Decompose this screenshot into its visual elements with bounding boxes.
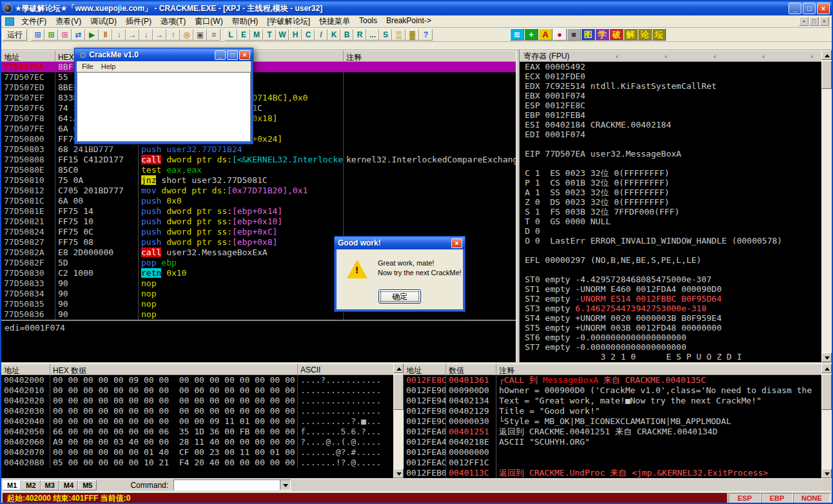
dump-row[interactable]: 0040204000 00 00 00 00 00 00 00 00 00 09… — [1, 416, 393, 427]
until-return-icon[interactable]: ↑ — [166, 29, 180, 41]
mdi-control-button[interactable]: □ — [809, 17, 819, 26]
menu-item[interactable]: 查看(V) — [51, 15, 86, 28]
column-header[interactable]: 地址 — [404, 363, 446, 375]
ok-button[interactable]: 确定 — [378, 289, 421, 304]
register-line[interactable]: A 1 SS 0023 32位 0(FFFFFFFF) — [520, 188, 824, 197]
collapse-arrow-icon[interactable]: ‹ — [762, 52, 765, 60]
windows-list-icon[interactable]: ≡ — [207, 29, 220, 41]
register-line[interactable]: EDI 0001F074 — [520, 130, 824, 139]
disasm-row[interactable]: 77D5081075 0Ajnz short user32.77D5081C — [1, 175, 516, 186]
attach-icon[interactable]: ⇄ — [72, 29, 85, 41]
patches-icon[interactable]: ▒ — [392, 29, 406, 41]
stack-row[interactable]: 0012FE9400402134Text = "Great work, mate… — [404, 396, 824, 406]
menu-item[interactable]: 插件(P) — [121, 15, 156, 28]
letter-button[interactable]: S — [379, 29, 392, 41]
column-header[interactable]: 注释 — [344, 50, 516, 62]
open-icon[interactable]: ⊞ — [31, 29, 44, 41]
title-bar[interactable]: ★學破解论坛★「www.xuepojie.com」 - CRACKME.EXE … — [1, 1, 832, 15]
register-line[interactable]: EDX 7C92E514 ntdll.KiFastSystemCallRet — [520, 81, 824, 91]
register-line[interactable]: EBX 0001F074 — [520, 91, 824, 101]
dump-scrollbar[interactable] — [393, 363, 404, 478]
scroll-thumb[interactable] — [821, 374, 832, 410]
register-line[interactable] — [520, 139, 824, 149]
column-header[interactable]: ASCII — [298, 363, 393, 375]
stack-row[interactable]: 0012FEA40040218EASCII "SCUHYH.ORG" — [404, 437, 824, 447]
dump-row[interactable]: 00402060A9 00 00 00 03 40 00 00 28 11 40… — [1, 437, 393, 447]
disasm-row[interactable]: 77D5080368 241BD777push user32.77D71B24 — [1, 144, 516, 155]
dump-row[interactable]: 0040208005 00 00 00 00 00 10 21 F4 20 40… — [1, 458, 393, 468]
letter-button[interactable]: L — [224, 29, 237, 41]
tab-m4[interactable]: M4 — [59, 480, 78, 490]
register-line[interactable]: 3 2 1 0 E S P U O Z D I — [520, 352, 824, 362]
minimize-button[interactable]: _ — [789, 3, 801, 14]
collapse-arrow-icon[interactable]: ‹ — [714, 52, 716, 60]
menu-item[interactable]: BreakPoint-> — [382, 15, 436, 28]
goodwork-dialog[interactable]: Good work! × ! Great work, mate! Now try… — [334, 236, 466, 312]
scroll-up-icon[interactable] — [821, 363, 832, 373]
plugin-wave-icon[interactable]: ≋ — [510, 28, 524, 41]
register-line[interactable]: ST1 empty -UNORM E460 0012FDA4 000090D0 — [520, 284, 824, 294]
disasm-row[interactable]: 77D50808FF15 C412D177call dword ptr ds:[… — [1, 155, 516, 165]
trace-over-icon[interactable]: → — [153, 29, 166, 41]
register-line[interactable]: ECX 0012FDE0 — [520, 72, 824, 81]
menu-item[interactable]: 调试(D) — [86, 15, 121, 28]
letter-button[interactable]: W — [276, 29, 289, 41]
register-line[interactable]: ST2 empty -UNORM E514 0012FBBC B0F95D64 — [520, 294, 824, 304]
scroll-down-icon[interactable] — [821, 353, 832, 362]
menu-item[interactable]: 快捷菜单 — [315, 15, 355, 28]
disasm-row[interactable]: 77D5081C6A 00push 0x0 — [1, 196, 516, 206]
cn-button[interactable]: 坛 — [652, 28, 666, 41]
dump-row[interactable]: 0040205066 00 00 00 00 00 00 06 35 1D 36… — [1, 427, 393, 437]
plugin-plus-icon[interactable]: + — [524, 28, 538, 41]
step-into-icon[interactable]: ↓ — [112, 29, 126, 41]
play-icon[interactable]: ▶ — [85, 29, 99, 41]
dump-row[interactable]: 0040200000 00 00 00 00 09 00 00 00 00 00… — [1, 375, 393, 385]
register-line[interactable]: O 0 LastErr ERROR_INVALID_WINDOW_HANDLE … — [520, 236, 824, 246]
column-header[interactable]: 地址 — [1, 363, 50, 375]
register-line[interactable]: C 1 ES 0023 32位 0(FFFFFFFF) — [520, 168, 824, 178]
cn-button[interactable]: 学 — [595, 28, 609, 41]
letter-button[interactable]: / — [315, 29, 328, 41]
register-line[interactable]: EIP 77D507EA user32.MessageBoxA — [520, 149, 824, 159]
register-line[interactable]: EBP 0012FEB4 — [520, 110, 824, 120]
register-line[interactable]: ST4 empty +UNORM 0020 0000003B B0F959E4 — [520, 313, 824, 323]
register-line[interactable]: ESP 0012FE8C — [520, 101, 824, 110]
plugin-a-icon[interactable]: A — [538, 28, 553, 41]
dialog-title-bar[interactable]: Good work! × — [335, 237, 465, 249]
column-header[interactable]: HEX 数据 — [50, 363, 298, 375]
letter-button[interactable]: C — [302, 29, 315, 41]
help-icon[interactable]: ? — [419, 29, 433, 41]
tab-m2[interactable]: M2 — [21, 480, 40, 490]
register-line[interactable]: S 1 FS 003B 32位 7FFDF000(FFF) — [520, 207, 824, 217]
scroll-down-icon[interactable] — [821, 469, 832, 478]
register-line[interactable]: ESI 00402184 CRACKME.00402184 — [520, 120, 824, 130]
letter-button[interactable]: E — [237, 29, 250, 41]
plugin-square-icon[interactable]: ■ — [567, 28, 581, 41]
mdi-control-button[interactable]: × — [819, 17, 829, 26]
stack-row[interactable]: 0012FE90000900D0hOwner = 000900D0 ('Crac… — [404, 385, 824, 396]
menu-item[interactable]: 帮助(H) — [228, 15, 263, 28]
restart-icon[interactable]: ⊞ — [44, 29, 58, 41]
mdi-control-button[interactable]: ▪ — [799, 17, 808, 26]
crackme-title-bar[interactable]: ☺ CrackMe v1.0 _□× — [75, 48, 253, 61]
trace-into-icon[interactable]: ↓ — [139, 29, 153, 41]
register-line[interactable]: P 1 CS 001B 32位 0(FFFFFFFF) — [520, 178, 824, 188]
scroll-thumb[interactable] — [393, 374, 404, 410]
plugin-cn-icon[interactable]: 图 — [581, 28, 595, 41]
pause-icon[interactable]: ‖ — [99, 29, 112, 41]
stack-row[interactable]: 0012FE8C00401361┌CALL 到 MessageBoxA 来自 C… — [404, 375, 824, 385]
collapse-arrow-icon[interactable]: ‹ — [665, 52, 667, 60]
letter-button[interactable]: H — [289, 29, 302, 41]
crackme-menu-item[interactable]: File — [79, 63, 99, 70]
menu-item[interactable]: Tools — [355, 15, 382, 28]
column-header[interactable]: 数值 — [446, 363, 496, 375]
cn-button[interactable]: 解 — [623, 28, 638, 41]
memory-map-icon[interactable]: ▓ — [406, 29, 419, 41]
disasm-row[interactable]: 77D50812C705 201BD777mov dword ptr ds:[0… — [1, 186, 516, 196]
register-line[interactable]: D 0 — [520, 226, 824, 236]
command-input[interactable] — [174, 480, 280, 490]
menu-item[interactable]: 选项(T) — [156, 15, 190, 28]
scroll-up-icon[interactable] — [821, 50, 832, 60]
scroll-up-icon[interactable] — [393, 363, 404, 373]
dump-row[interactable]: 0040201000 00 00 00 00 00 00 00 00 00 00… — [1, 385, 393, 396]
